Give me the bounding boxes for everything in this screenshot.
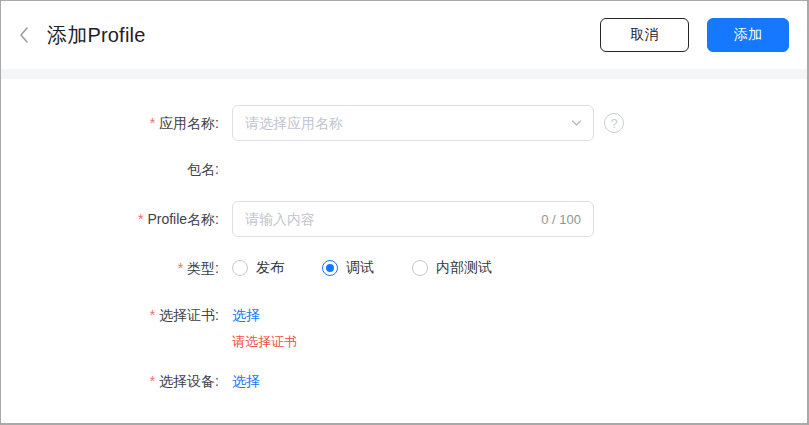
package-name-label: 包名: (1, 161, 219, 177)
app-name-label: *应用名称: (1, 115, 219, 131)
certificate-label: *选择证书: (1, 307, 219, 323)
form-row-package-name: 包名: (1, 161, 807, 177)
profile-name-field: 0 / 100 (232, 201, 594, 237)
form-row-profile-name: *Profile名称: 0 / 100 (1, 201, 807, 237)
required-asterisk: * (150, 307, 155, 323)
select-certificate-link[interactable]: 选择 (232, 307, 260, 323)
add-profile-page: 添加Profile 取消 添加 *应用名称: ? (0, 0, 809, 425)
required-asterisk: * (150, 115, 155, 131)
help-icon[interactable]: ? (604, 113, 624, 133)
form-row-type: *类型: 发布 调试 内部测试 (1, 259, 807, 277)
add-profile-form: *应用名称: ? 包名: (1, 79, 807, 389)
required-asterisk: * (150, 373, 155, 389)
select-device-link[interactable]: 选择 (232, 373, 260, 389)
required-asterisk: * (138, 211, 143, 227)
page-header: 添加Profile 取消 添加 (1, 1, 807, 69)
form-row-device: *选择设备: 选择 (1, 373, 807, 389)
required-asterisk: * (178, 260, 183, 276)
add-button[interactable]: 添加 (707, 18, 789, 52)
profile-name-input[interactable] (232, 201, 594, 237)
type-label: *类型: (1, 260, 219, 276)
chevron-left-icon (18, 26, 30, 44)
cancel-button[interactable]: 取消 (600, 18, 689, 52)
radio-release[interactable]: 发布 (232, 259, 284, 277)
header-divider-band (1, 69, 807, 79)
app-name-select[interactable] (232, 105, 594, 141)
page-title: 添加Profile (47, 22, 146, 49)
radio-icon (322, 260, 338, 276)
radio-internal-test[interactable]: 内部测试 (412, 259, 492, 277)
certificate-error-message: 请选择证书 (232, 335, 297, 349)
radio-icon (232, 260, 248, 276)
radio-debug[interactable]: 调试 (322, 259, 374, 277)
device-label: *选择设备: (1, 373, 219, 389)
back-button[interactable] (15, 26, 33, 44)
app-name-select-input[interactable] (232, 105, 594, 141)
form-row-app-name: *应用名称: ? (1, 105, 807, 141)
type-radio-group: 发布 调试 内部测试 (232, 259, 530, 277)
radio-icon (412, 260, 428, 276)
profile-name-label: *Profile名称: (1, 211, 219, 227)
form-row-certificate: *选择证书: 选择 请选择证书 (1, 307, 807, 349)
